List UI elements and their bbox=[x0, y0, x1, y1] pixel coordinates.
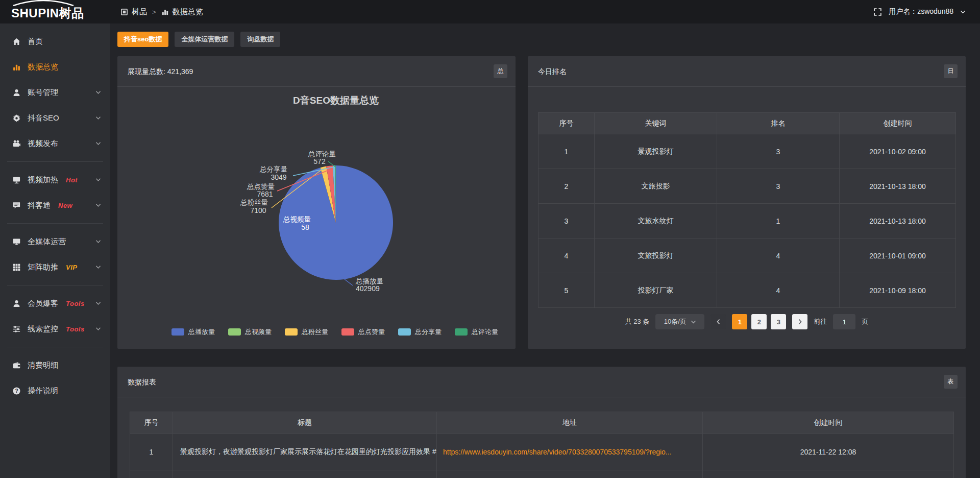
goto-page-input[interactable] bbox=[833, 314, 855, 329]
legend-label: 总粉丝量 bbox=[302, 327, 328, 337]
pie-chart: 总播放量402909总视频量58总粉丝量7100总点赞量7681总分享量3049… bbox=[117, 87, 516, 326]
pie-label-value: 7681 bbox=[257, 190, 273, 198]
logo-arc bbox=[11, 0, 76, 6]
goto-label: 前往 bbox=[814, 317, 827, 326]
rank-cell: 2021-10-13 18:00 bbox=[840, 169, 956, 204]
sidebar-item-video-heating[interactable]: 视频加热Hot bbox=[0, 167, 110, 193]
sidebar-item-media-operation[interactable]: 全媒体运营 bbox=[0, 229, 110, 254]
sidebar-item-account-management[interactable]: 账号管理 bbox=[0, 80, 110, 105]
rank-cell: 4 bbox=[538, 238, 595, 273]
chevron-down-icon bbox=[95, 91, 101, 94]
rank-cell: 2021-10-02 09:00 bbox=[840, 134, 956, 169]
sidebar-item-label: 视频发布 bbox=[28, 139, 58, 149]
legend-label: 总播放量 bbox=[188, 327, 215, 337]
sidebar-item-matrix-boost[interactable]: 矩阵助推VIP bbox=[0, 254, 110, 280]
sidebar-item-label: 数据总览 bbox=[28, 62, 58, 72]
sidebar-item-label: 全媒体运营 bbox=[28, 237, 66, 247]
sidebar-item-label: 矩阵助推 bbox=[28, 262, 58, 272]
sidebar-item-label: 会员爆客 bbox=[28, 299, 58, 308]
chart-panel: 展现量总数: 421,369 总 D音SEO数据量总览 总播放量402909总视… bbox=[117, 56, 516, 349]
table-row bbox=[130, 470, 954, 478]
pagination-page-3[interactable]: 3 bbox=[771, 314, 786, 329]
sidebar-item-label: 视频加热 bbox=[28, 175, 58, 185]
tab-inquiry-data[interactable]: 询盘数据 bbox=[240, 32, 280, 47]
legend-item-总分享量[interactable]: 总分享量 bbox=[398, 327, 442, 337]
sidebar-item-video-publish[interactable]: 视频发布 bbox=[0, 131, 110, 156]
table-badge[interactable]: 表 bbox=[944, 375, 958, 389]
legend-item-总粉丝量[interactable]: 总粉丝量 bbox=[285, 327, 328, 337]
rank-cell: 3 bbox=[538, 204, 595, 238]
sidebar-item-label: 首页 bbox=[28, 37, 43, 46]
sidebar-item-member-baoke[interactable]: 会员爆客Tools bbox=[0, 291, 110, 316]
chevron-down-icon[interactable] bbox=[960, 10, 966, 14]
pie-label-value: 58 bbox=[301, 223, 309, 231]
sidebar-item-douyin-seo[interactable]: 抖音SEO bbox=[0, 105, 110, 131]
legend-item-总评论量[interactable]: 总评论量 bbox=[455, 327, 498, 337]
breadcrumb-root[interactable]: 树品 bbox=[132, 7, 147, 17]
sidebar-item-operation-guide[interactable]: ?操作说明 bbox=[0, 378, 110, 403]
legend-swatch bbox=[172, 328, 184, 336]
rank-cell: 文旅投影灯 bbox=[595, 238, 717, 273]
table-row[interactable]: 1景观投影灯32021-10-02 09:00 bbox=[538, 134, 956, 169]
sidebar-item-label: 抖音SEO bbox=[28, 113, 59, 123]
breadcrumb-separator: > bbox=[152, 8, 156, 16]
grid-icon bbox=[12, 263, 21, 272]
app-root: SHUPIN树品 树品 > 数据总览 用户名：zswodun88 首页数据总览账… bbox=[0, 0, 980, 478]
ranking-panel: 今日排名 日 序号关键词排名创建时间1景观投影灯32021-10-02 09:0… bbox=[528, 56, 966, 349]
sidebar-badge: VIP bbox=[66, 264, 77, 271]
day-badge[interactable]: 日 bbox=[944, 64, 958, 78]
pagination-prev-button[interactable] bbox=[710, 314, 726, 329]
pagination: 共 23 条10条/页123前往页 bbox=[528, 314, 966, 329]
pie-label-line bbox=[344, 279, 353, 285]
chevron-down-icon bbox=[95, 240, 101, 244]
total-badge[interactable]: 总 bbox=[494, 64, 507, 78]
pie-label-name: 总播放量 bbox=[355, 277, 383, 285]
table-row[interactable]: 2文旅投影32021-10-13 18:00 bbox=[538, 169, 956, 204]
sidebar-item-lead-monitor[interactable]: 线索监控Tools bbox=[0, 316, 110, 342]
report-cell-created: 2021-11-22 12:08 bbox=[703, 434, 954, 470]
monitor-icon bbox=[12, 237, 21, 246]
table-row[interactable]: 5投影灯厂家42021-10-09 18:00 bbox=[538, 273, 956, 308]
sidebar-item-home[interactable]: 首页 bbox=[0, 29, 110, 54]
chevron-down-icon bbox=[691, 320, 696, 324]
chevron-down-icon bbox=[95, 302, 101, 305]
fullscreen-icon[interactable] bbox=[873, 8, 882, 16]
username[interactable]: 用户名：zswodun88 bbox=[889, 7, 953, 16]
pagination-page-2[interactable]: 2 bbox=[751, 314, 767, 329]
sidebar-item-data-overview[interactable]: 数据总览 bbox=[0, 54, 110, 80]
legend-item-总点赞量[interactable]: 总点赞量 bbox=[341, 327, 385, 337]
table-row[interactable]: 3文旅水纹灯12021-10-13 18:00 bbox=[538, 204, 956, 238]
sidebar-badge: Tools bbox=[66, 300, 85, 307]
chevron-down-icon bbox=[95, 116, 101, 120]
report-cell-url-link[interactable]: https://www.iesdouyin.com/share/video/70… bbox=[437, 434, 703, 470]
sidebar-item-douketong[interactable]: 抖客通New bbox=[0, 193, 110, 218]
question-icon: ? bbox=[12, 387, 21, 395]
rank-col-header: 排名 bbox=[717, 113, 840, 134]
user-icon bbox=[12, 299, 21, 308]
pagination-page-1[interactable]: 1 bbox=[732, 314, 747, 329]
main-content: 抖音seo数据全媒体运营数据询盘数据 展现量总数: 421,369 总 D音SE… bbox=[110, 23, 980, 478]
rank-cell: 3 bbox=[717, 169, 840, 204]
tab-media-operation-data[interactable]: 全媒体运营数据 bbox=[175, 32, 234, 47]
data-tabs: 抖音seo数据全媒体运营数据询盘数据 bbox=[117, 32, 280, 47]
report-panel-header: 数据报表 bbox=[117, 367, 966, 397]
page-size-select[interactable]: 10条/页 bbox=[655, 314, 704, 329]
sidebar-item-label: 线索监控 bbox=[28, 324, 58, 334]
legend-label: 总分享量 bbox=[415, 327, 442, 337]
rank-cell: 4 bbox=[717, 238, 840, 273]
sliders-icon bbox=[12, 325, 21, 333]
table-row[interactable]: 4文旅投影灯42021-10-01 09:00 bbox=[538, 238, 956, 273]
sidebar-item-consumption-detail[interactable]: 消费明细 bbox=[0, 352, 110, 378]
sidebar-item-label: 账号管理 bbox=[28, 88, 58, 98]
sidebar-item-label: 消费明细 bbox=[28, 361, 58, 370]
table-row[interactable]: 1景观投影灯，夜游景观投影灯厂家展示展示落花灯在花园里的灯光投影应用效果 #ht… bbox=[130, 434, 954, 470]
pagination-next-button[interactable] bbox=[792, 314, 807, 329]
tab-douyin-seo-data[interactable]: 抖音seo数据 bbox=[117, 32, 168, 47]
breadcrumb-current[interactable]: 数据总览 bbox=[173, 7, 203, 17]
report-col-header: 创建时间 bbox=[703, 412, 954, 434]
report-cell-index: 1 bbox=[130, 434, 173, 470]
legend-item-总播放量[interactable]: 总播放量 bbox=[172, 327, 215, 337]
report-col-header: 标题 bbox=[173, 412, 437, 434]
legend-item-总视频量[interactable]: 总视频量 bbox=[228, 327, 272, 337]
pie-label-value: 7100 bbox=[250, 206, 266, 214]
